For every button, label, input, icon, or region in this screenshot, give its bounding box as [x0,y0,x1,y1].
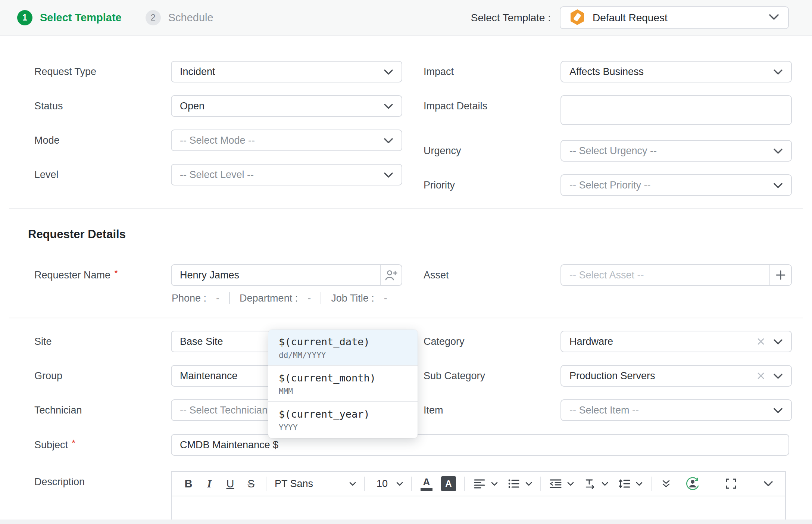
more-formatting-button[interactable] [660,479,672,488]
impact-select[interactable]: Affects Business [560,61,792,82]
suggestion-current-year[interactable]: $(current_year) YYYY [268,402,418,438]
chevron-down-icon [349,482,356,486]
template-picker: Select Template : Default Request [471,6,789,29]
indent-button[interactable] [549,479,562,489]
toolbar-right-group [685,476,775,491]
item-select[interactable]: -- Select Item -- [560,399,792,421]
suggestion-name: $(current_date) [279,336,407,347]
chevron-down-icon [384,169,393,181]
fullscreen-button[interactable] [725,478,737,489]
chevron-down-icon [773,370,783,382]
requester-name-value: Henry James [180,269,239,281]
add-asset-button[interactable] [769,265,791,285]
sub-category-select[interactable]: Production Servers [560,365,792,387]
requester-name-label: Requester Name* [34,264,118,286]
level-placeholder: -- Select Level -- [180,169,254,181]
asset-placeholder: -- Select Asset -- [569,269,644,281]
italic-button[interactable]: I [203,478,216,490]
line-spacing-button[interactable] [618,478,631,489]
subject-label: Subject* [34,434,75,456]
subject-input[interactable]: CMDB Maintenance $ [171,434,789,456]
sub-category-label: Sub Category [424,365,485,387]
wizard-header: 1 Select Template 2 Schedule Select Temp… [0,0,812,36]
suggestion-name: $(current_year) [279,408,407,420]
zia-assistant-button[interactable] [685,476,700,491]
font-size-select[interactable]: 10 [373,478,391,490]
step-1-label: Select Template [40,12,122,24]
impact-details-label: Impact Details [424,95,487,117]
background-color-button[interactable]: A [441,476,456,491]
urgency-select[interactable]: -- Select Urgency -- [560,140,792,162]
urgency-placeholder: -- Select Urgency -- [569,145,657,157]
toolbar-divider [540,477,541,491]
chevron-down-icon [636,482,643,486]
font-family-select[interactable]: PT Sans [275,478,344,490]
impact-details-textarea[interactable] [560,95,792,125]
requester-name-input[interactable]: Henry James [171,264,402,286]
template-hexagon-icon [569,9,585,27]
asset-select[interactable]: -- Select Asset -- [560,264,792,286]
underline-button[interactable]: U [224,478,237,490]
description-content-area[interactable] [172,496,785,519]
level-select[interactable]: -- Select Level -- [171,164,402,185]
text-color-button[interactable]: A [420,477,433,491]
meta-divider [321,292,321,304]
template-select[interactable]: Default Request [560,6,789,29]
subject-value: CMDB Maintenance $ [180,439,278,451]
clear-category-icon[interactable] [757,337,765,346]
department-value: - [307,293,311,304]
toolbar-divider [411,477,412,491]
meta-divider [229,292,230,304]
plus-icon [775,270,786,280]
site-label: Site [34,331,52,352]
align-button[interactable] [473,479,486,489]
outdent-icon [549,479,562,489]
step-select-template[interactable]: 1 Select Template [17,10,122,25]
strikethrough-button[interactable]: S [245,478,257,490]
section-divider [9,318,803,318]
chevron-down-icon [773,180,783,191]
description-label: Description [34,471,85,493]
category-value: Hardware [569,336,613,347]
bold-button[interactable]: B [182,478,195,490]
description-editor: B I U S PT Sans 10 A A [171,471,786,520]
mode-select[interactable]: -- Select Mode -- [171,130,402,151]
line-spacing-icon [618,478,630,489]
mode-label: Mode [34,130,60,151]
status-select[interactable]: Open [171,95,402,117]
clear-sub-category-icon[interactable] [757,372,765,380]
chevron-down-icon [384,135,393,146]
suggestion-current-month[interactable]: $(current_month) MMM [268,366,418,402]
collapse-toolbar-button[interactable] [762,481,775,487]
technician-placeholder: -- Select Technician -- [180,405,277,416]
technician-label: Technician [34,399,82,421]
job-title-label: Job Title : [331,293,374,304]
department-label: Department : [240,293,298,304]
text-direction-button[interactable] [584,478,596,489]
group-label: Group [34,365,62,387]
phone-value: - [216,293,219,304]
zia-person-refresh-icon [685,476,700,491]
suggestion-name: $(current_month) [279,372,407,384]
chevron-down-icon [384,100,393,112]
person-add-icon [385,269,397,281]
required-asterisk: * [114,268,118,279]
text-direction-icon [584,478,596,489]
priority-label: Priority [424,174,455,196]
mode-placeholder: -- Select Mode -- [180,135,255,146]
section-divider [9,208,803,209]
request-type-value: Incident [180,66,215,78]
impact-label: Impact [424,61,454,82]
step-schedule[interactable]: 2 Schedule [146,10,213,25]
suggestion-current-date[interactable]: $(current_date) dd/MM/YYYY [268,330,418,366]
suggestion-hint: YYYY [279,423,407,432]
list-button[interactable] [508,479,520,489]
fullscreen-icon [725,478,737,489]
text-color-swatch [421,488,432,491]
priority-select[interactable]: -- Select Priority -- [560,174,792,196]
chevron-down-icon [491,482,498,486]
category-select[interactable]: Hardware [560,331,792,352]
add-requester-button[interactable] [380,265,402,285]
suggestion-hint: MMM [279,387,407,396]
request-type-select[interactable]: Incident [171,61,402,82]
